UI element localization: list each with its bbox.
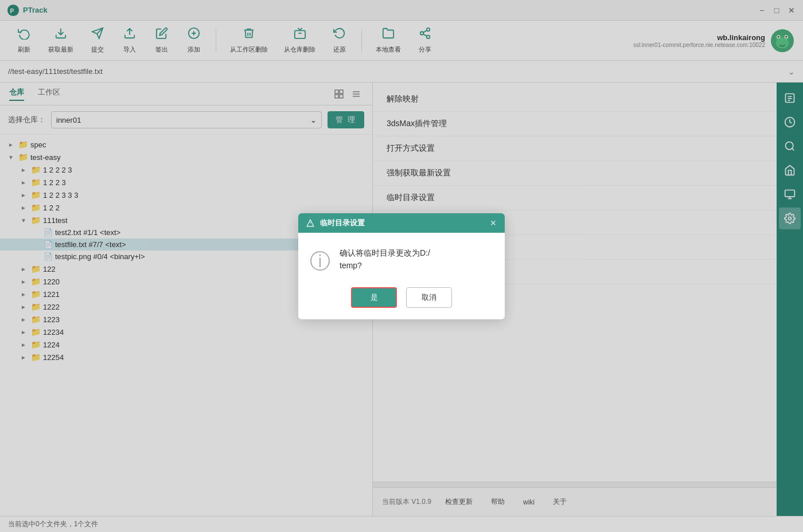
dialog: 临时目录设置 ✕ ⓘ 确认将临时目录更改为D:/temp? 是 取消 xyxy=(298,213,505,319)
dialog-footer: 是 取消 xyxy=(298,287,505,319)
dialog-header: 临时目录设置 ✕ xyxy=(298,213,505,233)
dialog-confirm-button[interactable]: 是 xyxy=(351,287,397,308)
dialog-title: 临时目录设置 xyxy=(306,218,365,228)
dialog-body: ⓘ 确认将临时目录更改为D:/temp? xyxy=(298,233,505,287)
dialog-close-button[interactable]: ✕ xyxy=(490,218,497,228)
dialog-cancel-button[interactable]: 取消 xyxy=(406,287,452,308)
dialog-overlay: 临时目录设置 ✕ ⓘ 确认将临时目录更改为D:/temp? 是 取消 xyxy=(0,0,803,532)
dialog-question-icon: ⓘ xyxy=(310,248,330,276)
dialog-message: 确认将临时目录更改为D:/temp? xyxy=(340,247,430,272)
